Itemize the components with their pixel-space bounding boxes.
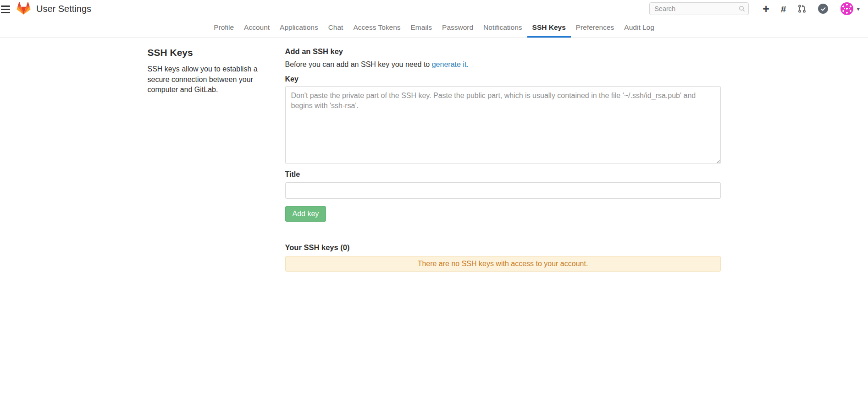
- tab-audit-log[interactable]: Audit Log: [619, 17, 659, 38]
- no-keys-alert: There are no SSH keys with access to you…: [285, 256, 721, 272]
- new-item-plus-icon[interactable]: +: [763, 3, 769, 15]
- tab-access-tokens[interactable]: Access Tokens: [348, 17, 405, 38]
- tab-password[interactable]: Password: [437, 17, 478, 38]
- sidebar-toggle-icon[interactable]: [1, 5, 10, 13]
- tab-profile[interactable]: Profile: [209, 17, 239, 38]
- generate-key-hint: Before you can add an SSH key you need t…: [285, 60, 721, 69]
- top-navbar: User Settings + # ▾: [0, 0, 868, 17]
- add-key-button[interactable]: Add key: [285, 206, 326, 222]
- issues-hash-icon[interactable]: #: [781, 4, 786, 14]
- page-title: User Settings: [36, 4, 91, 14]
- todos-check-icon[interactable]: [818, 4, 828, 14]
- add-ssh-key-heading: Add an SSH key: [285, 47, 721, 56]
- ssh-keys-page: SSH Keys SSH keys allow you to establish…: [148, 38, 721, 299]
- generate-it-link[interactable]: generate it.: [432, 60, 469, 68]
- tab-chat[interactable]: Chat: [323, 17, 348, 38]
- section-description: SSH keys allow you to establish a secure…: [148, 64, 266, 95]
- settings-tabs: Profile Account Applications Chat Access…: [0, 17, 868, 38]
- settings-tabs-bar: Profile Account Applications Chat Access…: [0, 17, 868, 38]
- chevron-down-icon: ▾: [857, 6, 860, 12]
- search-box: [649, 2, 749, 15]
- search-input[interactable]: [649, 2, 749, 15]
- merge-requests-icon[interactable]: [797, 4, 807, 13]
- tab-notifications[interactable]: Notifications: [478, 17, 527, 38]
- user-avatar[interactable]: [840, 2, 853, 15]
- your-ssh-keys-heading: Your SSH keys (0): [285, 243, 721, 252]
- tab-account[interactable]: Account: [239, 17, 275, 38]
- user-menu[interactable]: ▾: [840, 2, 860, 15]
- section-divider: [285, 232, 721, 232]
- title-field-label: Title: [285, 170, 721, 179]
- section-heading: SSH Keys: [148, 47, 266, 58]
- tab-ssh-keys[interactable]: SSH Keys: [527, 17, 571, 38]
- navbar-icon-group: + # ▾: [763, 2, 860, 15]
- key-title-input[interactable]: [285, 182, 721, 199]
- ssh-key-form-panel: Add an SSH key Before you can add an SSH…: [285, 47, 721, 299]
- key-field-label: Key: [285, 75, 721, 83]
- tab-preferences[interactable]: Preferences: [571, 17, 619, 38]
- generate-key-hint-text: Before you can add an SSH key you need t…: [285, 60, 432, 68]
- section-description-panel: SSH Keys SSH keys allow you to establish…: [148, 47, 285, 299]
- tab-applications[interactable]: Applications: [275, 17, 323, 38]
- tab-emails[interactable]: Emails: [406, 17, 437, 38]
- gitlab-logo-icon[interactable]: [17, 2, 31, 16]
- ssh-key-input[interactable]: [285, 86, 721, 164]
